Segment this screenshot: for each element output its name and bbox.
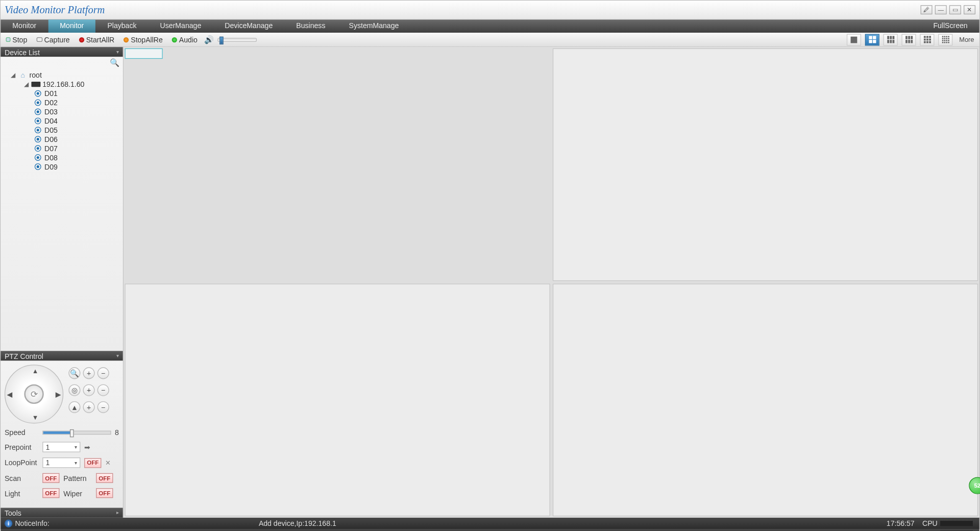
layout-6-button[interactable] (884, 34, 898, 45)
camera-channel-icon (33, 163, 42, 170)
looppoint-label: LoopPoint (5, 459, 39, 467)
pattern-toggle[interactable]: OFF (96, 473, 113, 483)
chevron-down-icon: ▾ (75, 444, 77, 450)
camera-channel-icon (33, 136, 42, 142)
ptz-up-button[interactable]: ▲ (32, 367, 39, 374)
looppoint-toggle[interactable]: OFF (84, 458, 101, 468)
start-all-rec-button[interactable]: StartAllR (76, 35, 117, 44)
camera-channel-icon (33, 145, 42, 152)
tools-header[interactable]: Tools▸ (1, 508, 122, 518)
zoom-out-button[interactable]: − (97, 367, 109, 379)
ptz-down-button[interactable]: ▼ (32, 414, 39, 421)
stop-icon (6, 37, 11, 42)
tree-channel-node[interactable]: D08 (3, 153, 120, 162)
zoom-button[interactable]: 🔍 (68, 367, 80, 379)
chevron-right-icon: ▸ (116, 510, 119, 516)
menu-playback[interactable]: Playback (95, 19, 148, 33)
pattern-label: Pattern (63, 474, 92, 482)
tree-channel-node[interactable]: D03 (3, 107, 120, 116)
volume-slider[interactable] (218, 38, 257, 42)
device-list-header[interactable]: Device List▾ (1, 47, 122, 57)
focus-in-button[interactable]: + (83, 384, 95, 396)
menu-business[interactable]: Business (284, 19, 337, 33)
speed-label: Speed (5, 429, 39, 437)
search-icon[interactable]: 🔍 (108, 58, 121, 67)
menu-systemmanage[interactable]: SystemManage (337, 19, 411, 33)
capture-button[interactable]: Capture (34, 35, 72, 44)
cpu-label: CPU (922, 520, 938, 527)
toolbar: Stop Capture StartAllR StopAllRe Audio 🔊… (1, 33, 979, 47)
video-cell-3[interactable] (125, 284, 550, 517)
layout-16-button[interactable] (938, 34, 952, 45)
grid-16-icon (942, 36, 949, 43)
menu-fullscreen[interactable]: FullScreen (921, 19, 979, 33)
tree-device-node[interactable]: ◢192.168.1.60 (3, 80, 120, 89)
close-button[interactable]: ✕ (964, 5, 975, 14)
ptz-header[interactable]: PTZ Control▾ (1, 351, 122, 360)
layout-1-button[interactable] (847, 34, 861, 45)
wiper-label: Wiper (63, 489, 92, 497)
menu-devicemanage[interactable]: DeviceManage (213, 19, 284, 33)
menu-bar: Monitor Monitor Playback UserManage Devi… (1, 19, 979, 33)
video-cell-4[interactable] (553, 284, 978, 517)
speed-value: 8 (115, 429, 119, 437)
minimize-button[interactable]: — (935, 5, 947, 14)
tree-channel-node[interactable]: D01 (3, 89, 120, 98)
light-toggle[interactable]: OFF (42, 488, 59, 498)
focus-button[interactable]: ◎ (68, 384, 80, 396)
iris-button[interactable]: ▲ (68, 401, 80, 413)
speaker-icon: 🔊 (204, 35, 214, 44)
scan-label: Scan (5, 474, 39, 482)
device-search-input[interactable] (2, 58, 108, 67)
layout-8-button[interactable] (902, 34, 916, 45)
looppoint-select[interactable]: 1▾ (42, 457, 80, 468)
clear-looppoint-button[interactable]: ✕ (105, 459, 110, 466)
notice-label: NoticeInfo: (15, 520, 49, 527)
camera-channel-icon (33, 117, 42, 124)
ptz-dpad: ⟳ ▲ ▼ ▶ ◀ (5, 365, 63, 423)
speed-slider[interactable] (42, 431, 111, 435)
collapse-icon[interactable]: ◢ (10, 72, 16, 79)
ptz-right-button[interactable]: ▶ (56, 391, 61, 398)
video-cell-2[interactable] (553, 49, 978, 281)
ptz-center-button[interactable]: ⟳ (24, 384, 43, 404)
layout-4-button[interactable] (865, 34, 879, 45)
menu-usermanage[interactable]: UserManage (149, 19, 213, 33)
collapse-icon[interactable]: ◢ (23, 81, 30, 88)
tree-channel-node[interactable]: D04 (3, 116, 120, 126)
tree-channel-node[interactable]: D05 (3, 126, 120, 135)
record-green-icon (172, 37, 177, 42)
tree-channel-node[interactable]: D07 (3, 144, 120, 153)
zoom-in-button[interactable]: + (83, 367, 95, 379)
tree-channel-node[interactable]: D02 (3, 98, 120, 107)
menu-monitor[interactable]: Monitor (48, 19, 95, 33)
tree-root-node[interactable]: ◢⌂root (3, 70, 120, 80)
grid-6-icon (887, 36, 894, 43)
tree-channel-node[interactable]: D06 (3, 135, 120, 144)
maximize-button[interactable]: ▭ (949, 5, 961, 14)
device-search-row: 🔍 (1, 57, 122, 69)
grid-1-icon (851, 36, 857, 43)
video-cell-1[interactable] (125, 49, 162, 59)
tree-channel-node[interactable]: D09 (3, 162, 120, 171)
device-tree: ◢⌂root ◢192.168.1.60 D01 D02 D03 D04 D05… (1, 69, 122, 173)
scan-toggle[interactable]: OFF (42, 473, 59, 483)
nvr-icon (31, 82, 40, 87)
stop-button[interactable]: Stop (3, 35, 30, 44)
lock-icon[interactable]: 🖉 (921, 5, 933, 14)
home-icon: ⌂ (18, 71, 28, 79)
focus-out-button[interactable]: − (97, 384, 109, 396)
info-icon: i (5, 520, 12, 527)
audio-button[interactable]: Audio (169, 35, 200, 44)
stop-all-rec-button[interactable]: StopAllRe (121, 35, 165, 44)
ptz-left-button[interactable]: ◀ (7, 391, 12, 398)
status-bar: i NoticeInfo: Add device,Ip:192.168.1 17… (1, 518, 979, 529)
wiper-toggle[interactable]: OFF (96, 488, 113, 498)
more-layouts-button[interactable]: More (957, 36, 976, 43)
goto-prepoint-button[interactable]: ➡ (84, 443, 90, 451)
iris-open-button[interactable]: + (83, 401, 95, 413)
device-list-panel: 🔍 ◢⌂root ◢192.168.1.60 D01 D02 D03 D04 D… (1, 57, 122, 351)
layout-9-button[interactable] (920, 34, 935, 45)
prepoint-select[interactable]: 1▾ (42, 442, 80, 452)
iris-close-button[interactable]: − (97, 401, 109, 413)
